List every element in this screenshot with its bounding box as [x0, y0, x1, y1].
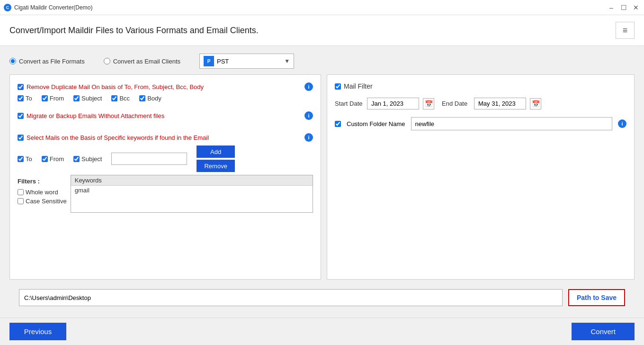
file-formats-radio-input[interactable]	[9, 58, 16, 64]
file-formats-label: Convert as File Formats	[19, 58, 85, 65]
deduplication-info-icon[interactable]: i	[304, 82, 313, 91]
keyword-to-checkbox[interactable]: To	[18, 155, 32, 163]
keyword-list: Keywords gmail	[71, 175, 313, 213]
keyword-section: Select Mails on the Basis of Specific ke…	[18, 133, 313, 213]
keyword-text-input[interactable]	[111, 153, 187, 165]
end-date-field: End Date 📅	[442, 98, 541, 109]
custom-folder-input[interactable]	[411, 117, 612, 130]
filters-area: Filters : Whole word Case Sensitive Keyw…	[18, 175, 313, 213]
deduplication-header: Remove Duplicate Mail On basis of To, Fr…	[18, 82, 313, 91]
keyword-checkbox-label[interactable]: Select Mails on the Basis of Specific ke…	[18, 134, 209, 141]
keyword-buttons: Add Remove	[197, 145, 234, 172]
dedup-bcc-checkbox[interactable]: Bcc	[111, 95, 130, 102]
maximize-button[interactable]: ☐	[619, 3, 628, 12]
end-date-label: End Date	[442, 100, 470, 107]
filters-checkboxes: Whole word Case Sensitive	[18, 189, 67, 205]
case-sensitive-label: Case Sensitive	[26, 198, 67, 205]
start-date-label: Start Date	[335, 100, 363, 107]
custom-folder-row: Custom Folder Name i	[335, 117, 626, 130]
title-bar: C Cigati Maildir Converter(Demo) – ☐ ✕	[0, 0, 644, 15]
keyword-header: Select Mails on the Basis of Specific ke…	[18, 133, 313, 142]
deduplication-section: Remove Duplicate Mail On basis of To, Fr…	[18, 82, 313, 102]
attachment-checkbox[interactable]	[18, 113, 24, 119]
keyword-list-item: gmail	[71, 186, 313, 195]
app-header: Convert/Import Maildir Files to Various …	[0, 15, 644, 46]
hamburger-button[interactable]: ≡	[616, 22, 635, 39]
filters-label: Filters :	[18, 178, 67, 185]
format-label: PST	[217, 58, 281, 65]
deduplication-checkbox[interactable]	[18, 84, 24, 90]
add-keyword-button[interactable]: Add	[197, 145, 234, 158]
title-bar-controls: – ☐ ✕	[607, 3, 640, 12]
deduplication-checkbox-label[interactable]: Remove Duplicate Mail On basis of To, Fr…	[18, 83, 204, 91]
file-formats-radio[interactable]: Convert as File Formats	[9, 58, 85, 65]
keyword-info-icon[interactable]: i	[304, 133, 313, 142]
path-input[interactable]	[19, 289, 563, 306]
keyword-checkbox[interactable]	[18, 135, 24, 141]
close-button[interactable]: ✕	[632, 3, 640, 12]
custom-folder-label: Custom Folder Name	[347, 120, 405, 127]
start-date-field: Start Date 📅	[335, 98, 434, 109]
case-sensitive-checkbox[interactable]: Case Sensitive	[18, 198, 67, 205]
app-icon: C	[4, 4, 11, 11]
panels: Remove Duplicate Mail On basis of To, Fr…	[9, 74, 635, 280]
attachment-label: Migrate or Backup Emails Without Attachm…	[27, 112, 164, 119]
attachment-section: Migrate or Backup Emails Without Attachm…	[18, 111, 313, 124]
keyword-subject-checkbox[interactable]: Subject	[73, 155, 102, 163]
previous-button[interactable]: Previous	[9, 323, 66, 340]
end-date-calendar-icon[interactable]: 📅	[530, 98, 541, 109]
right-panel: Mail Filter Start Date 📅 End Date 📅 Cust…	[327, 74, 635, 280]
whole-word-checkbox[interactable]: Whole word	[18, 189, 67, 196]
keyword-list-header: Keywords	[71, 175, 313, 186]
path-save-button[interactable]: Path to Save	[568, 289, 625, 306]
format-dropdown[interactable]: P PST ▼	[199, 54, 294, 69]
attachment-checkbox-label[interactable]: Migrate or Backup Emails Without Attachm…	[18, 112, 164, 119]
whole-word-label: Whole word	[26, 189, 58, 196]
mail-filter-checkbox[interactable]	[335, 83, 341, 90]
dropdown-arrow-icon: ▼	[284, 58, 290, 64]
dedup-subject-checkbox[interactable]: Subject	[73, 95, 102, 102]
dedup-from-checkbox[interactable]: From	[42, 95, 64, 102]
format-icon: P	[204, 56, 214, 66]
deduplication-fields-row: To From Subject Bcc Body	[18, 95, 313, 102]
title-bar-title: Cigati Maildir Converter(Demo)	[14, 4, 92, 11]
keyword-fields-row: To From Subject Add Remove	[18, 145, 313, 172]
footer: Previous Convert	[0, 318, 644, 345]
mail-filter-label: Mail Filter	[344, 82, 373, 90]
dedup-to-checkbox[interactable]: To	[18, 95, 32, 102]
end-date-input[interactable]	[474, 98, 526, 109]
keyword-label: Select Mails on the Basis of Specific ke…	[27, 134, 209, 141]
filters-left: Filters : Whole word Case Sensitive	[18, 175, 67, 213]
remove-keyword-button[interactable]: Remove	[197, 160, 234, 172]
attachment-info-icon[interactable]: i	[304, 111, 313, 120]
convert-button[interactable]: Convert	[572, 323, 635, 340]
minimize-button[interactable]: –	[607, 3, 616, 12]
start-date-input[interactable]	[367, 98, 419, 109]
app-header-title: Convert/Import Maildir Files to Various …	[9, 26, 259, 36]
radio-row: Convert as File Formats Convert as Email…	[9, 54, 635, 69]
main-content: Convert as File Formats Convert as Email…	[0, 46, 644, 318]
email-clients-radio[interactable]: Convert as Email Clients	[104, 58, 180, 65]
date-row: Start Date 📅 End Date 📅	[335, 98, 626, 109]
email-clients-radio-input[interactable]	[104, 58, 110, 64]
mail-filter-row: Mail Filter	[335, 82, 626, 90]
custom-folder-checkbox[interactable]	[335, 121, 341, 127]
attachment-header: Migrate or Backup Emails Without Attachm…	[18, 111, 313, 120]
start-date-calendar-icon[interactable]: 📅	[423, 98, 434, 109]
left-panel: Remove Duplicate Mail On basis of To, Fr…	[9, 74, 321, 280]
keyword-from-checkbox[interactable]: From	[42, 155, 64, 163]
path-bar: Path to Save	[9, 285, 635, 310]
custom-folder-info-icon[interactable]: i	[618, 119, 626, 128]
email-clients-label: Convert as Email Clients	[113, 58, 180, 65]
deduplication-label: Remove Duplicate Mail On basis of To, Fr…	[27, 83, 204, 91]
dedup-body-checkbox[interactable]: Body	[139, 95, 161, 102]
title-bar-left: C Cigati Maildir Converter(Demo)	[4, 4, 92, 11]
